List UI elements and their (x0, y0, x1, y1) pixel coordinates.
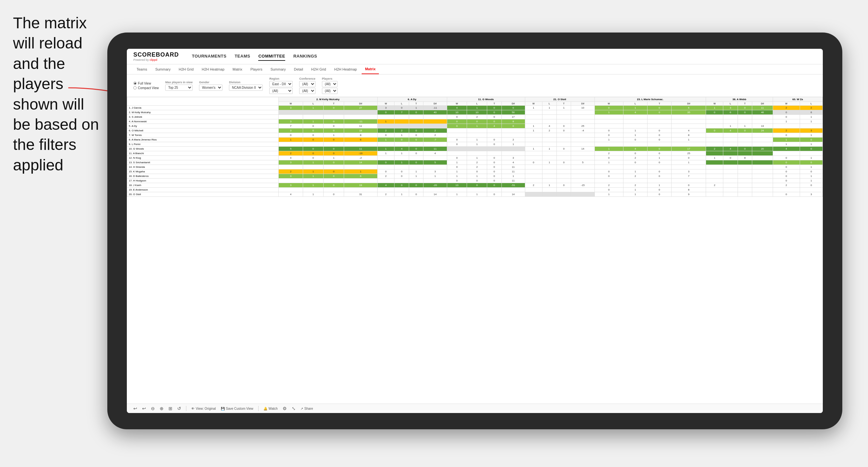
player-name: 4. A Nomrowski (127, 119, 279, 124)
wlt-t6: T (738, 102, 752, 106)
player-name: 8. A Maria Jimenez Rios (127, 137, 279, 142)
wlt-w4: W (525, 102, 542, 106)
share-label: Share (304, 407, 313, 410)
wlt-dif5: Dif (672, 102, 706, 106)
wlt-t3: T (487, 102, 501, 106)
nav-committee[interactable]: COMMITTEE (258, 52, 285, 61)
nav-teams[interactable]: TEAMS (235, 52, 250, 61)
col-header-7: 60. W Za (773, 97, 823, 102)
table-row: 20. O Stoll 4 1 0 31 2 1 0 14 1 1 0 14 (127, 192, 823, 197)
region-filter: Region East - DII (All) (All) (269, 77, 293, 94)
view-original-label: View: Original (196, 407, 216, 410)
subnav-players[interactable]: Players (247, 65, 266, 74)
conference-sub-select[interactable]: (All) (299, 88, 315, 94)
top-nav: SCOREBOARD Powered by clippd TOURNAMENTS… (127, 49, 823, 64)
wlt-dif3: Dif (501, 102, 525, 106)
player-name: 1. J Garcia (127, 106, 279, 110)
wlt-l4: L (542, 102, 556, 106)
wlt-w6: W (706, 102, 723, 106)
tablet-screen: SCOREBOARD Powered by clippd TOURNAMENTS… (127, 49, 823, 413)
col-header-3: 11. G Woods (447, 97, 525, 102)
subnav-summary2[interactable]: Summary (267, 65, 289, 74)
subnav-h2h-grid2[interactable]: H2H Grid (308, 65, 330, 74)
redo-button[interactable]: ↩ (142, 406, 146, 411)
players-select[interactable]: (All) (322, 81, 338, 87)
wlt-t5: T (647, 102, 671, 106)
max-players-select[interactable]: Top 25 (165, 85, 192, 91)
logo-scoreboard: SCOREBOARD (133, 51, 179, 58)
table-row: 15. K Mcgaha 2 1 0 1 0 0 1 3 1 0 0 11 (127, 169, 823, 174)
player-name: 14. H Stranda (127, 165, 279, 169)
watch-button[interactable]: 🔔 Watch (264, 407, 278, 410)
col-header-6: 38. A Webb (706, 97, 773, 102)
region-select[interactable]: East - DII (All) (269, 81, 293, 87)
undo-button[interactable]: ↩ (133, 406, 137, 411)
subnav-detail[interactable]: Detail (291, 65, 306, 74)
subnav-h2h-heatmap[interactable]: H2H Heatmap (198, 65, 228, 74)
player-name: 6. O Mitchell (127, 128, 279, 133)
nav-rankings[interactable]: RANKINGS (293, 52, 317, 61)
zoom-out-button[interactable]: ⊖ (151, 406, 155, 411)
expand-button[interactable]: ⤡ (292, 406, 296, 411)
subnav-summary[interactable]: Summary (152, 65, 174, 74)
zoom-button[interactable]: ⊕ (160, 406, 163, 411)
player-name: 18. J Kanh (127, 183, 279, 188)
division-label: Division (229, 81, 263, 84)
reset-button[interactable]: ↺ (177, 406, 181, 411)
subnav-teams[interactable]: Teams (133, 65, 150, 74)
nav-items: TOURNAMENTS TEAMS COMMITTEE RANKINGS (192, 52, 317, 61)
watch-label: Watch (269, 407, 278, 410)
table-row: 6. O Mitchell 3 0 0 18 2 2 0 2 1 (127, 128, 823, 133)
subnav-h2h-heatmap2[interactable]: H2H Heatmap (331, 65, 360, 74)
col-header-1: 2. M Kelly Mulcahy (279, 97, 377, 102)
table-row: 14. H Stranda 0 2 0 11 (127, 165, 823, 169)
logo-powered: Powered by clippd (133, 58, 179, 61)
fit-button[interactable]: ⊞ (168, 406, 173, 411)
wlt-dif6: Dif (752, 102, 773, 106)
tablet-frame: SCOREBOARD Powered by clippd TOURNAMENTS… (107, 33, 842, 429)
compact-view-label: Compact View (138, 86, 159, 90)
player-name: 17. H Hodgson (127, 179, 279, 183)
table-row: 3. S Jelinek 0 2 0 17 (127, 115, 823, 119)
gender-filter: Gender Women's (199, 81, 222, 91)
eye-icon: 👁 (191, 407, 194, 410)
col-header-2: 6. A Dy (377, 97, 447, 102)
share-icon: ↗ (301, 407, 303, 410)
table-row: 10. G Woods 5 0 0 11 1 4 0 11 1 (127, 147, 823, 151)
player-name: 7. M Torres (127, 133, 279, 137)
wlt-dif2: Dif (424, 102, 447, 106)
compact-view-option[interactable]: Compact View (133, 86, 159, 90)
max-players-filter: Max players in view Top 25 (165, 81, 192, 91)
full-view-option[interactable]: Full View (133, 82, 159, 85)
gender-select[interactable]: Women's (199, 85, 222, 91)
table-row: 4. A Nomrowski 3 1 0 -11 1 0 0 0 8 (127, 119, 823, 124)
conference-select[interactable]: (All) (299, 81, 315, 87)
players-sub-select[interactable]: (All) (322, 88, 338, 94)
share-button[interactable]: ↗ Share (301, 407, 313, 410)
wlt-t1: T (323, 102, 344, 106)
division-select[interactable]: NCAA Division II (229, 85, 263, 91)
player-name: 13. S Srichantamit (127, 160, 279, 165)
subnav-matrix[interactable]: Matrix (229, 65, 246, 74)
player-name: 9. L Perini (127, 142, 279, 147)
settings-button[interactable]: ⚙ (283, 406, 287, 411)
matrix-content[interactable]: 2. M Kelly Mulcahy 6. A Dy 11. G Woods 2… (127, 97, 823, 404)
player-name: 20. O Stoll (127, 192, 279, 197)
subnav-matrix2[interactable]: Matrix (362, 64, 378, 74)
table-row: 12. N Klug 4 0 1 -2 0 1 0 3 (127, 156, 823, 160)
compact-view-radio[interactable] (133, 86, 136, 89)
logo-area: SCOREBOARD Powered by clippd (133, 51, 179, 61)
region-sub-select[interactable]: (All) (269, 88, 293, 94)
player-name: 15. K Mcgaha (127, 169, 279, 174)
nav-tournaments[interactable]: TOURNAMENTS (192, 52, 226, 61)
wlt-l2: L (395, 102, 409, 106)
wlt-l7: L (800, 102, 823, 106)
player-name: 16. D Ballesteros (127, 174, 279, 179)
bottom-toolbar: ↩ ↩ ⊖ ⊕ ⊞ ↺ 👁 View: Original 💾 Save Cust… (127, 404, 823, 413)
full-view-radio[interactable] (133, 82, 136, 85)
wlt-dif4: Dif (571, 102, 594, 106)
subnav-h2h-grid[interactable]: H2H Grid (175, 65, 197, 74)
view-original-button[interactable]: 👁 View: Original (191, 407, 216, 410)
save-custom-button[interactable]: 💾 Save Custom View (221, 407, 253, 410)
toolbar-separator-2 (258, 406, 258, 411)
